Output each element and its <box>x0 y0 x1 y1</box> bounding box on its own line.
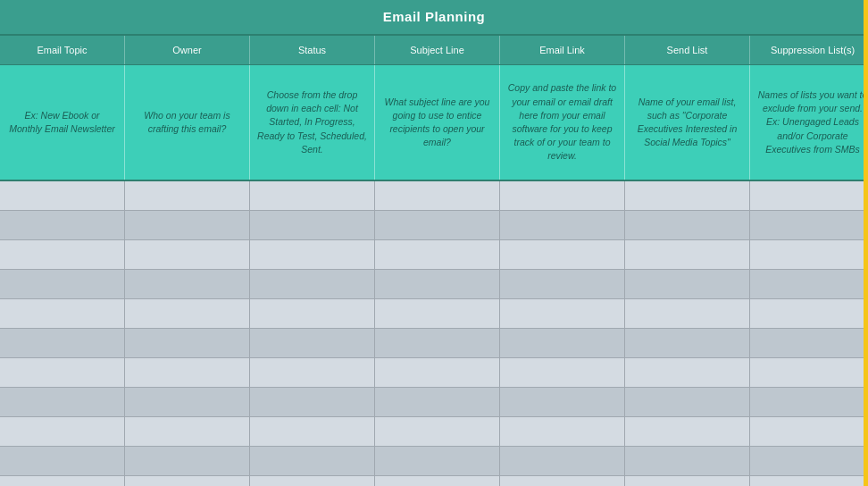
data-cell[interactable] <box>750 476 868 486</box>
data-cell[interactable] <box>375 211 500 239</box>
data-cell[interactable] <box>375 299 500 328</box>
data-cell[interactable] <box>375 240 500 269</box>
header-owner: Owner <box>125 36 250 64</box>
data-cell[interactable] <box>250 447 375 475</box>
data-cell[interactable] <box>375 358 500 387</box>
data-cell[interactable] <box>500 358 625 387</box>
data-cell[interactable] <box>0 476 125 486</box>
data-cell[interactable] <box>625 417 750 446</box>
table-row[interactable] <box>0 476 868 486</box>
data-cell[interactable] <box>625 388 750 416</box>
yellow-accent-bar <box>864 0 868 486</box>
data-cell[interactable] <box>0 329 125 357</box>
data-cell[interactable] <box>500 476 625 486</box>
example-send-list: Name of your email list, such as "Corpor… <box>625 65 750 180</box>
data-cell[interactable] <box>0 388 125 416</box>
header-subject-line: Subject Line <box>375 36 500 64</box>
data-cell[interactable] <box>125 329 250 357</box>
table-row[interactable] <box>0 181 868 211</box>
data-cell[interactable] <box>250 181 375 210</box>
data-rows <box>0 181 868 486</box>
data-cell[interactable] <box>500 417 625 446</box>
data-cell[interactable] <box>250 476 375 486</box>
table-row[interactable] <box>0 447 868 476</box>
data-cell[interactable] <box>500 181 625 210</box>
data-cell[interactable] <box>0 181 125 210</box>
data-cell[interactable] <box>0 240 125 269</box>
data-cell[interactable] <box>0 447 125 475</box>
data-cell[interactable] <box>625 299 750 328</box>
data-cell[interactable] <box>750 417 868 446</box>
data-cell[interactable] <box>125 388 250 416</box>
data-cell[interactable] <box>500 299 625 328</box>
data-cell[interactable] <box>750 240 868 269</box>
data-cell[interactable] <box>750 388 868 416</box>
data-cell[interactable] <box>125 240 250 269</box>
data-cell[interactable] <box>625 447 750 475</box>
header-email-topic: Email Topic <box>0 36 125 64</box>
data-cell[interactable] <box>125 211 250 239</box>
data-cell[interactable] <box>500 240 625 269</box>
data-cell[interactable] <box>125 181 250 210</box>
data-cell[interactable] <box>500 329 625 357</box>
data-cell[interactable] <box>750 211 868 239</box>
data-cell[interactable] <box>125 358 250 387</box>
example-status: Choose from the drop down in each cell: … <box>250 65 375 180</box>
data-cell[interactable] <box>375 417 500 446</box>
data-cell[interactable] <box>375 476 500 486</box>
data-cell[interactable] <box>375 329 500 357</box>
data-cell[interactable] <box>750 447 868 475</box>
data-cell[interactable] <box>250 388 375 416</box>
data-cell[interactable] <box>375 388 500 416</box>
data-cell[interactable] <box>0 299 125 328</box>
table-row[interactable] <box>0 240 868 270</box>
spreadsheet-wrapper: Email Planning Email Topic Owner Status … <box>0 0 868 486</box>
data-cell[interactable] <box>625 181 750 210</box>
data-cell[interactable] <box>625 476 750 486</box>
example-owner: Who on your team is crafting this email? <box>125 65 250 180</box>
data-cell[interactable] <box>0 417 125 446</box>
data-cell[interactable] <box>250 329 375 357</box>
data-cell[interactable] <box>0 358 125 387</box>
data-cell[interactable] <box>625 358 750 387</box>
data-cell[interactable] <box>750 358 868 387</box>
data-cell[interactable] <box>500 211 625 239</box>
data-cell[interactable] <box>125 270 250 298</box>
data-cell[interactable] <box>500 270 625 298</box>
data-cell[interactable] <box>250 358 375 387</box>
data-cell[interactable] <box>250 417 375 446</box>
title-row: Email Planning <box>0 0 868 36</box>
table-row[interactable] <box>0 270 868 299</box>
data-cell[interactable] <box>0 270 125 298</box>
example-suppression-list: Names of lists you want to exclude from … <box>750 65 868 180</box>
data-cell[interactable] <box>625 240 750 269</box>
table-row[interactable] <box>0 329 868 358</box>
data-cell[interactable] <box>500 447 625 475</box>
data-cell[interactable] <box>375 270 500 298</box>
data-cell[interactable] <box>250 240 375 269</box>
data-cell[interactable] <box>250 299 375 328</box>
table-row[interactable] <box>0 417 868 447</box>
data-cell[interactable] <box>625 270 750 298</box>
data-cell[interactable] <box>500 388 625 416</box>
data-cell[interactable] <box>375 447 500 475</box>
table-row[interactable] <box>0 388 868 417</box>
data-cell[interactable] <box>125 476 250 486</box>
data-cell[interactable] <box>625 329 750 357</box>
data-cell[interactable] <box>625 211 750 239</box>
table-row[interactable] <box>0 299 868 329</box>
data-cell[interactable] <box>125 447 250 475</box>
data-cell[interactable] <box>250 211 375 239</box>
table-row[interactable] <box>0 358 868 388</box>
data-cell[interactable] <box>750 181 868 210</box>
data-cell[interactable] <box>0 211 125 239</box>
data-cell[interactable] <box>125 299 250 328</box>
data-cell[interactable] <box>750 270 868 298</box>
data-cell[interactable] <box>125 417 250 446</box>
header-send-list: Send List <box>625 36 750 64</box>
data-cell[interactable] <box>250 270 375 298</box>
data-cell[interactable] <box>375 181 500 210</box>
data-cell[interactable] <box>750 299 868 328</box>
table-row[interactable] <box>0 211 868 240</box>
data-cell[interactable] <box>750 329 868 357</box>
